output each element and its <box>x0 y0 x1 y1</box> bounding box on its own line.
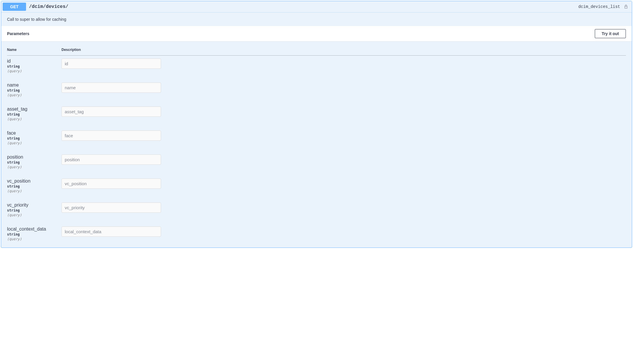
operation-block: GET /dcim/devices/ dcim_devices_list Cal… <box>1 1 632 248</box>
parameter-input-id[interactable] <box>61 59 161 69</box>
parameter-in: (query) <box>7 189 61 193</box>
parameter-row: id string (query) <box>7 56 626 80</box>
parameter-input-asset-tag[interactable] <box>61 107 161 117</box>
parameter-in: (query) <box>7 237 61 241</box>
parameter-type: string <box>7 112 61 116</box>
parameter-type: string <box>7 208 61 212</box>
parameter-type: string <box>7 64 61 68</box>
parameter-name: face <box>7 131 61 136</box>
parameter-type: string <box>7 88 61 92</box>
parameter-row: vc_priority string (query) <box>7 200 626 224</box>
operation-summary[interactable]: GET /dcim/devices/ dcim_devices_list <box>1 1 632 13</box>
parameter-input-vc-priority[interactable] <box>61 202 161 213</box>
parameter-row: name string (query) <box>7 80 626 104</box>
parameter-row: vc_position string (query) <box>7 176 626 200</box>
column-header-name: Name <box>7 44 61 56</box>
parameter-row: local_context_data string (query) <box>7 224 626 248</box>
lock-icon[interactable] <box>623 4 629 10</box>
column-header-description: Description <box>61 44 626 56</box>
parameter-name: vc_priority <box>7 202 61 208</box>
parameter-input-face[interactable] <box>61 131 161 141</box>
parameter-row: face string (query) <box>7 128 626 152</box>
parameter-input-position[interactable] <box>61 154 161 165</box>
parameter-name: vc_position <box>7 178 61 184</box>
parameter-name: name <box>7 83 61 88</box>
parameter-name: local_context_data <box>7 226 61 232</box>
parameter-input-name[interactable] <box>61 83 161 93</box>
parameter-type: string <box>7 136 61 140</box>
parameter-in: (query) <box>7 141 61 145</box>
parameter-row: position string (query) <box>7 152 626 176</box>
parameter-type: string <box>7 232 61 236</box>
parameters-bar: Parameters Try it out <box>1 26 632 41</box>
parameter-row: asset_tag string (query) <box>7 104 626 128</box>
try-it-out-button[interactable]: Try it out <box>595 29 626 38</box>
operation-id: dcim_devices_list <box>578 4 623 9</box>
parameters-title: Parameters <box>7 31 29 36</box>
operation-body: Call to super to allow for caching Param… <box>1 13 632 248</box>
endpoint-path: /dcim/devices/ <box>26 4 578 9</box>
parameter-in: (query) <box>7 69 61 73</box>
parameter-name: asset_tag <box>7 107 61 112</box>
parameter-name: id <box>7 59 61 64</box>
parameter-in: (query) <box>7 117 61 121</box>
parameter-in: (query) <box>7 165 61 169</box>
parameter-type: string <box>7 160 61 164</box>
parameter-in: (query) <box>7 213 61 217</box>
parameter-input-local-context-data[interactable] <box>61 226 161 237</box>
parameter-name: position <box>7 154 61 160</box>
parameter-type: string <box>7 184 61 188</box>
parameters-table: Name Description id string (query) <box>7 44 626 248</box>
parameter-in: (query) <box>7 93 61 97</box>
operation-description: Call to super to allow for caching <box>1 13 632 26</box>
parameter-input-vc-position[interactable] <box>61 178 161 189</box>
http-method-badge: GET <box>3 3 26 11</box>
